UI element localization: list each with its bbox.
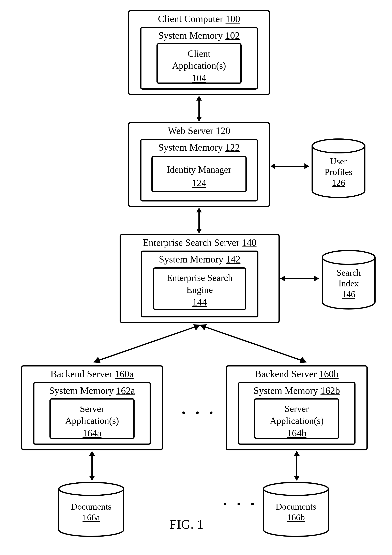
documents-b-db: Documents 166b — [261, 481, 330, 538]
search-title-text: Enterprise Search Server — [143, 237, 239, 248]
ellipsis-bottom: . . . — [223, 490, 257, 509]
web-server-box: Web Server 120 System Memory 122 Identit… — [128, 122, 270, 207]
backend-a-box: Backend Server 160a System Memory 162a S… — [21, 365, 163, 450]
client-ref: 100 — [225, 13, 240, 24]
web-memory-title: System Memory 122 — [141, 140, 257, 154]
client-computer-box: Client Computer 100 System Memory 102 Cl… — [128, 10, 270, 95]
client-title: Client Computer 100 — [129, 11, 269, 26]
backend-b-app-box: Server Application(s) 164b — [254, 398, 339, 439]
user-profiles-ref: 126 — [332, 178, 345, 188]
backend-b-app-line1: Server — [260, 402, 334, 415]
web-app-box: Identity Manager 124 — [151, 156, 247, 192]
enterprise-search-box: Enterprise Search Server 140 System Memo… — [120, 234, 280, 323]
arrow-search-backend-b — [199, 322, 309, 365]
backend-a-mem-title-text: System Memory — [49, 385, 114, 396]
backend-a-app-line1: Server — [55, 402, 129, 415]
client-app-title-line1: Client — [162, 46, 236, 60]
search-index-db: Search Index 146 — [320, 249, 377, 310]
backend-a-title-text: Backend Server — [51, 369, 112, 379]
web-title: Web Server 120 — [129, 123, 269, 138]
diagram-canvas: Client Computer 100 System Memory 102 Cl… — [4, 4, 392, 555]
svg-point-26 — [59, 482, 124, 495]
svg-line-16 — [97, 326, 197, 361]
backend-b-memory-title: System Memory 162b — [239, 383, 354, 397]
arrow-backend-b-db — [292, 451, 301, 481]
arrow-search-backend-a — [91, 322, 201, 365]
client-app-title-line2: Application(s) — [162, 60, 236, 72]
svg-marker-10 — [196, 229, 202, 234]
svg-marker-24 — [89, 476, 95, 481]
svg-marker-7 — [305, 163, 309, 169]
svg-marker-23 — [89, 451, 95, 456]
search-ref: 140 — [242, 237, 257, 248]
search-app-ref: 144 — [192, 297, 207, 307]
backend-b-box: Backend Server 160b System Memory 162b S… — [226, 365, 368, 450]
search-index-line2: Index — [320, 278, 377, 289]
svg-marker-9 — [196, 208, 202, 212]
client-memory-title: System Memory 102 — [141, 28, 257, 42]
backend-a-app-box: Server Application(s) 164a — [50, 398, 135, 439]
svg-point-31 — [263, 482, 328, 495]
client-memory-box: System Memory 102 Client Application(s) … — [140, 27, 258, 90]
backend-a-ref: 160a — [115, 369, 134, 379]
client-mem-title-text: System Memory — [158, 30, 223, 41]
backend-b-memory-box: System Memory 162b Server Application(s)… — [238, 382, 356, 445]
user-profiles-line1: User — [310, 156, 367, 167]
svg-marker-2 — [196, 117, 202, 122]
backend-a-memory-title: System Memory 162a — [35, 383, 150, 397]
arrow-search-db — [280, 274, 319, 283]
svg-marker-1 — [196, 96, 202, 101]
search-index-ref: 146 — [342, 289, 355, 299]
web-memory-box: System Memory 122 Identity Manager 124 — [140, 139, 258, 202]
backend-a-title: Backend Server 160a — [22, 366, 162, 381]
ellipsis: . . . — [181, 399, 216, 418]
client-app-ref: 104 — [192, 73, 206, 83]
client-title-text: Client Computer — [158, 13, 223, 24]
backend-a-app-ref: 164a — [82, 428, 101, 438]
backend-b-mem-title-text: System Memory — [254, 385, 318, 396]
search-app-title-line2: Engine — [158, 284, 241, 296]
documents-a-title: Documents — [57, 502, 126, 512]
search-mem-ref: 142 — [226, 254, 240, 264]
search-app-title-line1: Enterprise Search — [158, 270, 241, 284]
search-index-line1: Search — [320, 268, 377, 278]
client-mem-ref: 102 — [225, 30, 240, 41]
svg-marker-15 — [314, 276, 319, 281]
documents-b-title: Documents — [261, 502, 330, 512]
backend-b-mem-ref: 162b — [320, 385, 340, 396]
figure-label: FIG. 1 — [156, 517, 217, 532]
svg-marker-28 — [294, 451, 300, 456]
search-memory-box: System Memory 142 Enterprise Search Engi… — [141, 250, 258, 317]
search-app-box: Enterprise Search Engine 144 — [153, 267, 246, 310]
arrow-web-search — [195, 208, 203, 234]
user-profiles-line2: Profiles — [310, 167, 367, 178]
backend-b-title: Backend Server 160b — [227, 366, 366, 381]
search-mem-title-text: System Memory — [159, 254, 224, 264]
web-mem-title-text: System Memory — [158, 142, 223, 153]
svg-line-19 — [203, 326, 303, 361]
backend-a-mem-ref: 162a — [116, 385, 135, 396]
backend-b-ref: 160b — [319, 369, 339, 379]
web-mem-ref: 122 — [225, 142, 240, 153]
backend-a-memory-box: System Memory 162a Server Application(s)… — [33, 382, 151, 445]
search-memory-title: System Memory 142 — [142, 252, 257, 266]
web-app-ref: 124 — [192, 178, 206, 188]
documents-a-ref: 166a — [82, 512, 100, 522]
web-title-text: Web Server — [168, 125, 213, 136]
backend-b-title-text: Backend Server — [255, 369, 317, 379]
svg-marker-6 — [270, 163, 275, 169]
svg-marker-14 — [280, 276, 285, 281]
web-app-title: Identity Manager — [157, 162, 241, 176]
backend-b-app-ref: 164b — [287, 428, 306, 438]
svg-point-12 — [322, 250, 375, 264]
user-profiles-db: User Profiles 126 — [310, 138, 367, 199]
svg-marker-29 — [294, 476, 300, 481]
documents-b-ref: 166b — [287, 512, 305, 522]
arrow-client-web — [195, 96, 203, 122]
svg-point-4 — [312, 139, 365, 153]
arrow-web-db — [270, 162, 309, 171]
arrow-backend-a-db — [87, 451, 96, 481]
client-app-box: Client Application(s) 104 — [156, 43, 242, 84]
web-ref: 120 — [216, 125, 230, 136]
backend-a-app-line2: Application(s) — [55, 415, 129, 427]
